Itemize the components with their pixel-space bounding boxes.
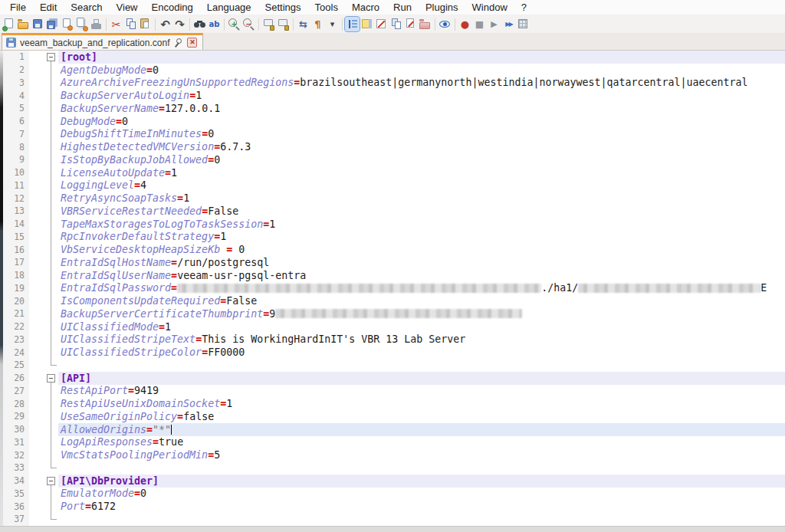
- code-text[interactable]: VbServiceDesktopHeapSizeKb = 0: [58, 243, 785, 256]
- code-text[interactable]: DebugMode=0: [58, 115, 785, 128]
- function-list-icon[interactable]: [374, 17, 389, 31]
- code-text[interactable]: LoggingLevel=4: [58, 179, 785, 192]
- menu-item-search[interactable]: Search: [64, 0, 109, 15]
- code-text[interactable]: RpcInvokerDefaultStrategy=1: [58, 231, 785, 244]
- replace-icon[interactable]: ab: [207, 17, 222, 31]
- macro-record-icon[interactable]: ●: [458, 17, 472, 31]
- save-icon[interactable]: [31, 17, 45, 31]
- copy-icon[interactable]: [123, 17, 138, 31]
- menu-item-language[interactable]: Language: [200, 0, 258, 15]
- code-text[interactable]: LogApiResponses=true: [58, 436, 785, 449]
- code-line[interactable]: 24UIClassifiedStripeColor=FF0000: [3, 346, 785, 359]
- indent-guides-icon[interactable]: [345, 17, 360, 31]
- code-text[interactable]: VBRServiceRestartNeeded=False: [58, 205, 785, 218]
- code-line[interactable]: 25: [3, 359, 785, 372]
- menu-item-run[interactable]: Run: [386, 0, 419, 15]
- code-text[interactable]: RestApiPort=9419: [58, 385, 785, 398]
- fold-collapse-icon[interactable]: [47, 53, 55, 61]
- active-tab[interactable]: veeam_backup_and_replication.conf: [2, 33, 203, 50]
- code-line[interactable]: 37: [3, 513, 785, 526]
- code-line[interactable]: 14TapeMaxStoragesToLogToTaskSession=1: [3, 218, 785, 231]
- close-all-icon[interactable]: [74, 17, 89, 31]
- code-text[interactable]: [58, 359, 785, 372]
- close-tab-icon[interactable]: [187, 38, 197, 48]
- print-icon[interactable]: [89, 17, 103, 31]
- code-text[interactable]: UIClassifiedMode=1: [58, 320, 785, 333]
- code-text[interactable]: Port=6172: [58, 500, 785, 513]
- code-line[interactable]: 17EntraIdSqlHostName=/run/postgresql: [3, 256, 785, 269]
- code-text[interactable]: [58, 513, 785, 526]
- code-text[interactable]: RetryAsyncSoapTasks=1: [58, 192, 785, 205]
- code-line[interactable]: 4BackupServerAutoLogin=1: [3, 89, 785, 102]
- word-wrap-icon[interactable]: ⇆: [296, 17, 310, 31]
- code-text[interactable]: BackupServerAutoLogin=1: [58, 89, 785, 102]
- editor-pane[interactable]: 1[root]2AgentDebugMode=03AzureArchiveFre…: [0, 51, 785, 526]
- menu-item-encoding[interactable]: Encoding: [145, 0, 200, 15]
- code-line[interactable]: 2AgentDebugMode=0: [3, 64, 785, 77]
- code-text[interactable]: BackupServerName=127.0.0.1: [58, 102, 785, 115]
- doc-monitor-icon[interactable]: [403, 17, 418, 31]
- macro-save-icon[interactable]: [516, 17, 530, 31]
- code-line[interactable]: 30AllowedOrigins="*": [3, 423, 785, 436]
- doc-switcher-icon[interactable]: [389, 17, 403, 31]
- code-line[interactable]: 29UseSameOriginPolicy=false: [3, 410, 785, 423]
- code-line[interactable]: 35EmulatorMode=0: [3, 488, 785, 501]
- code-line[interactable]: 22UIClassifiedMode=1: [3, 320, 785, 333]
- redo-icon[interactable]: ↷: [172, 17, 187, 31]
- menu-item-file[interactable]: File: [3, 0, 33, 15]
- pin-icon[interactable]: [173, 38, 183, 48]
- code-text[interactable]: UseSameOriginPolicy=false: [58, 410, 785, 423]
- code-lines[interactable]: 1[root]2AgentDebugMode=03AzureArchiveFre…: [3, 51, 785, 526]
- zoom-in-icon[interactable]: +: [227, 17, 241, 31]
- code-line[interactable]: 9IsStopByBackupJobAllowed=0: [3, 153, 785, 166]
- macro-stop-icon[interactable]: ■: [472, 17, 487, 31]
- menu-item-edit[interactable]: Edit: [33, 0, 64, 15]
- code-text[interactable]: [API\DbProvider]: [58, 475, 785, 488]
- code-line[interactable]: 15RpcInvokerDefaultStrategy=1: [3, 231, 785, 244]
- menu-item-help[interactable]: ?: [514, 0, 534, 15]
- code-text[interactable]: HighestDetectedVMCVersion=6.7.3: [58, 140, 785, 153]
- code-line[interactable]: 27RestApiPort=9419: [3, 385, 785, 398]
- code-line[interactable]: 8HighestDetectedVMCVersion=6.7.3: [3, 140, 785, 153]
- fold-collapse-icon[interactable]: [47, 477, 55, 485]
- menu-item-window[interactable]: Window: [465, 0, 514, 15]
- code-line[interactable]: 32VmcStatsPoolingPeriodMin=5: [3, 448, 785, 461]
- macro-play-icon[interactable]: ▶: [487, 17, 501, 31]
- code-line[interactable]: 21BackupServerCertificateThumbprint=9: [3, 307, 785, 320]
- code-line[interactable]: 11LoggingLevel=4: [3, 179, 785, 192]
- code-text[interactable]: VmcStatsPoolingPeriodMin=5: [58, 448, 785, 461]
- code-line[interactable]: 3AzureArchiveFreezingUnSupportedRegions=…: [3, 77, 785, 90]
- code-line[interactable]: 19EntraIdSqlPassword=./ha1/E: [3, 282, 785, 295]
- new-file-icon[interactable]: [2, 17, 16, 31]
- code-text[interactable]: AzureArchiveFreezingUnSupportedRegions=b…: [58, 77, 785, 90]
- code-line[interactable]: 28RestApiUseUnixDomainSocket=1: [3, 397, 785, 410]
- code-text[interactable]: BackupServerCertificateThumbprint=9: [58, 307, 785, 320]
- code-text[interactable]: EntraIdSqlHostName=/run/postgresql: [58, 256, 785, 269]
- code-text[interactable]: AgentDebugMode=0: [58, 64, 785, 77]
- code-text[interactable]: RestApiUseUnixDomainSocket=1: [58, 397, 785, 410]
- code-text[interactable]: DebugShiftTimeInMinutes=0: [58, 128, 785, 141]
- fold-collapse-icon[interactable]: [47, 374, 55, 383]
- code-text[interactable]: LicenseAutoUpdate=1: [58, 166, 785, 179]
- code-line[interactable]: 10LicenseAutoUpdate=1: [3, 166, 785, 179]
- menu-item-plugins[interactable]: Plugins: [419, 0, 465, 15]
- code-line[interactable]: 33: [3, 461, 785, 475]
- code-line[interactable]: 31LogApiResponses=true: [3, 436, 785, 449]
- code-text[interactable]: [API]: [58, 372, 785, 385]
- code-text[interactable]: [58, 461, 785, 475]
- code-line[interactable]: 16VbServiceDesktopHeapSizeKb = 0: [3, 243, 785, 256]
- code-line[interactable]: 26[API]: [3, 372, 785, 385]
- code-line[interactable]: 23UIClassifiedStripeText=This is Working…: [3, 333, 785, 346]
- open-folder-icon[interactable]: [16, 17, 31, 31]
- folder-workspace-icon[interactable]: [418, 17, 432, 31]
- code-line[interactable]: 20IsComponentsUpdateRequired=False: [3, 294, 785, 307]
- monitoring-eye-icon[interactable]: [438, 17, 452, 31]
- dropdown-arrow-icon[interactable]: ▾: [325, 17, 340, 31]
- code-text[interactable]: IsStopByBackupJobAllowed=0: [58, 153, 785, 166]
- code-line[interactable]: 18EntraIdSqlUserName=veeam-usr-pgsql-ent…: [3, 269, 785, 282]
- code-line[interactable]: 36Port=6172: [3, 500, 785, 513]
- document-map-icon[interactable]: [360, 17, 374, 31]
- code-text[interactable]: [root]: [58, 51, 785, 64]
- code-text[interactable]: UIClassifiedStripeText=This is WorkingHa…: [58, 333, 785, 346]
- code-line[interactable]: 1[root]: [3, 51, 785, 64]
